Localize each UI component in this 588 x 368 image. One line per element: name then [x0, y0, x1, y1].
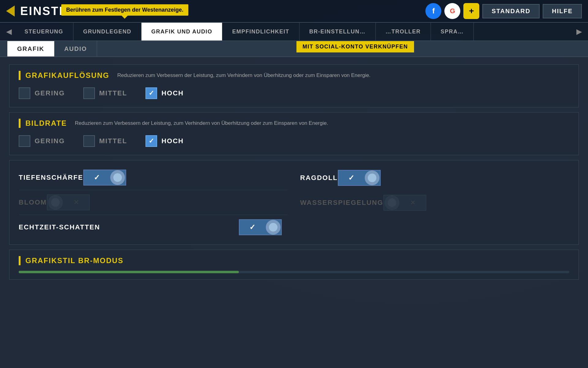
- wasserspiegelung-knob: [385, 195, 399, 210]
- ragdoll-knob: [365, 171, 379, 185]
- label-gering-aufl: GERING: [35, 89, 65, 97]
- toggle-check-icon: ✓: [84, 170, 110, 185]
- echtzeit-schatten-toggle[interactable]: ✓: [239, 219, 282, 235]
- section-indicator: [19, 71, 21, 80]
- header-right: f G + STANDARD HILFE: [425, 3, 582, 19]
- echtzeit-check-icon: ✓: [239, 220, 265, 235]
- label-mittel-aufl: MITTEL: [99, 89, 127, 97]
- toggle-knob: [110, 170, 125, 185]
- social-konto-tooltip: MIT SOCIAL-KONTO VERKNÜPFEN: [296, 41, 414, 52]
- grafikstil-title: GRAFIKSTIL BR-MODUS: [25, 256, 123, 265]
- toggle-row-2: BLOOM ✕ WASSERSPIEGELUNG ✕: [19, 190, 569, 215]
- option-gering-br[interactable]: GERING: [19, 135, 65, 147]
- tab-sprache[interactable]: SPRA…: [431, 23, 474, 40]
- tab-grafik-audio[interactable]: GRAFIK UND AUDIO: [141, 23, 222, 40]
- checkbox-hoch-br[interactable]: [145, 135, 157, 147]
- label-gering-br: GERING: [35, 137, 65, 145]
- grafikaufloesung-options: GERING MITTEL HOCH: [19, 86, 569, 101]
- grafikstil-header: GRAFIKSTIL BR-MODUS: [19, 256, 569, 265]
- wasserspiegelung-label: WASSERSPIEGELUNG: [300, 199, 383, 207]
- wasserspiegelung-row: WASSERSPIEGELUNG ✕: [300, 190, 569, 215]
- nav-right-arrow[interactable]: ▶: [573, 27, 585, 36]
- checkbox-hoch-aufl[interactable]: [145, 87, 157, 99]
- grafikaufloesung-desc: Reduzieren zum Verbessern der Leistung, …: [117, 72, 371, 79]
- wasserspiegelung-knob-inner: [388, 198, 396, 207]
- nav-tabs: ◀ STEUERUNG GRUNDLEGEND GRAFIK UND AUDIO…: [0, 23, 588, 41]
- facebook-icon[interactable]: f: [425, 3, 441, 19]
- grafikstil-section: GRAFIKSTIL BR-MODUS: [9, 250, 579, 280]
- grafikstil-indicator: [19, 256, 21, 265]
- checkbox-gering-aufl[interactable]: [19, 87, 30, 99]
- tiefenschaerfe-toggle[interactable]: ✓: [83, 170, 126, 186]
- bloom-knob: [48, 195, 63, 210]
- bloom-knob-inner: [51, 198, 60, 207]
- hilfe-button[interactable]: HILFE: [543, 4, 582, 18]
- wasserspiegelung-x-icon: ✕: [400, 199, 426, 207]
- bildrate-options: GERING MITTEL HOCH: [19, 133, 569, 149]
- google-icon[interactable]: G: [444, 3, 460, 19]
- echtzeit-schatten-label: ECHTZEIT-SCHATTEN: [19, 223, 100, 231]
- content-area: GRAFIKAUFLÖSUNG Reduzieren zum Verbesser…: [0, 57, 588, 368]
- wasserspiegelung-toggle: ✕: [383, 195, 426, 211]
- echtzeit-knob: [266, 220, 281, 235]
- tiefenschaerfe-label: TIEFENSCHÄRFE: [19, 174, 83, 182]
- tiefenschaerfe-row: TIEFENSCHÄRFE ✓: [19, 165, 288, 190]
- option-mittel-aufl[interactable]: MITTEL: [83, 87, 127, 99]
- label-hoch-br: HOCH: [161, 137, 184, 145]
- echtzeit-knob-inner: [269, 223, 277, 232]
- bildrate-desc: Reduzieren zum Verbessern der Leistung, …: [75, 120, 328, 126]
- standard-button[interactable]: STANDARD: [482, 4, 540, 18]
- option-gering-aufl[interactable]: GERING: [19, 87, 65, 99]
- option-mittel-br[interactable]: MITTEL: [83, 135, 127, 147]
- add-icon[interactable]: +: [463, 3, 479, 19]
- tab-br-einstellungen[interactable]: BR-EINSTELLUN… MIT SOCIAL-KONTO VERKNÜPF…: [300, 23, 376, 40]
- sub-tabs: GRAFIK AUDIO: [0, 41, 588, 57]
- header: EINSTELLUNGEN Berühren zum Festlegen der…: [0, 0, 588, 23]
- bildrate-section: BILDRATE Reduzieren zum Verbessern der L…: [9, 112, 579, 155]
- grafikaufloesung-section: GRAFIKAUFLÖSUNG Reduzieren zum Verbesser…: [9, 64, 579, 107]
- tab-grundlegend[interactable]: GRUNDLEGEND: [74, 23, 142, 40]
- label-mittel-br: MITTEL: [99, 137, 127, 145]
- echtzeit-schatten-row: ECHTZEIT-SCHATTEN ✓: [19, 215, 569, 240]
- nav-left-arrow[interactable]: ◀: [3, 27, 15, 36]
- grafikaufloesung-title: GRAFIKAUFLÖSUNG: [25, 71, 109, 80]
- ragdoll-check-icon: ✓: [338, 171, 364, 185]
- scroll-bar: [19, 271, 239, 273]
- toggle-knob-inner: [113, 173, 122, 182]
- checkbox-gering-br[interactable]: [19, 135, 30, 147]
- option-hoch-br[interactable]: HOCH: [145, 135, 184, 147]
- checkbox-mittel-br[interactable]: [83, 135, 95, 147]
- tab-controller[interactable]: …TROLLER: [376, 23, 431, 40]
- option-hoch-aufl[interactable]: HOCH: [145, 87, 184, 99]
- bloom-x-icon: ✕: [63, 198, 89, 206]
- bloom-label: BLOOM: [19, 198, 47, 206]
- bloom-row: BLOOM ✕: [19, 190, 288, 215]
- bildrate-indicator: [19, 119, 21, 128]
- subtab-audio[interactable]: AUDIO: [55, 41, 97, 56]
- toggle-row-1: TIEFENSCHÄRFE ✓ RAGDOLL ✓: [19, 165, 569, 190]
- label-hoch-aufl: HOCH: [161, 89, 184, 97]
- header-tooltip: Berühren zum Festlegen der Westenanzeige…: [61, 4, 188, 16]
- bildrate-title: BILDRATE: [25, 119, 67, 128]
- grafikaufloesung-header: GRAFIKAUFLÖSUNG Reduzieren zum Verbesser…: [19, 71, 569, 80]
- toggle-row-3: ECHTZEIT-SCHATTEN ✓: [19, 215, 569, 240]
- ragdoll-knob-inner: [368, 174, 376, 182]
- ragdoll-label: RAGDOLL: [300, 174, 338, 182]
- ragdoll-toggle[interactable]: ✓: [338, 170, 381, 186]
- bloom-toggle: ✕: [47, 194, 90, 210]
- tab-steuerung[interactable]: STEUERUNG: [15, 23, 74, 40]
- checkbox-mittel-aufl[interactable]: [83, 87, 95, 99]
- tab-empfindlichkeit[interactable]: EMPFINDLICHKEIT: [222, 23, 300, 40]
- subtab-grafik[interactable]: GRAFIK: [7, 41, 55, 56]
- scroll-area: [19, 271, 569, 273]
- back-arrow-icon: [6, 6, 15, 17]
- ragdoll-row: RAGDOLL ✓: [300, 165, 569, 190]
- bildrate-header: BILDRATE Reduzieren zum Verbessern der L…: [19, 119, 569, 128]
- toggles-section: TIEFENSCHÄRFE ✓ RAGDOLL ✓: [9, 160, 579, 245]
